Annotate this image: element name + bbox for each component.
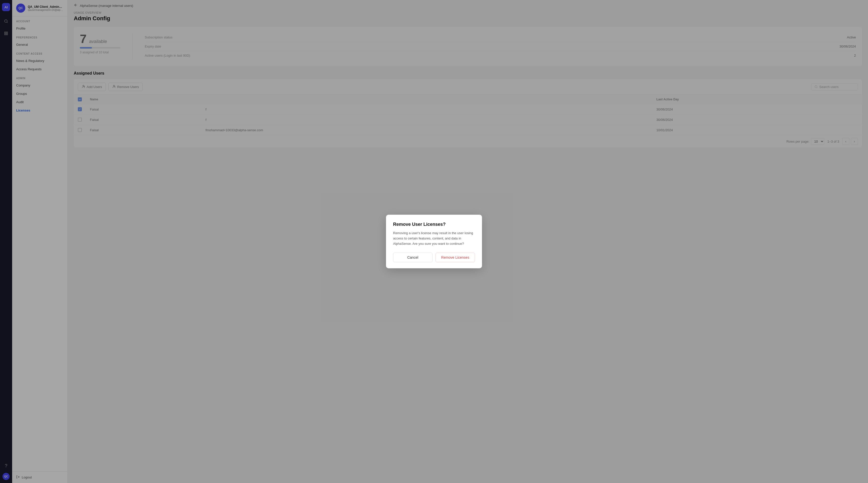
modal-title: Remove User Licenses? [393, 222, 475, 227]
remove-licenses-modal: Remove User Licenses? Removing a user's … [386, 215, 482, 268]
modal-overlay: Remove User Licenses? Removing a user's … [68, 0, 868, 483]
main-content: AlphaSense (manage internal users) USAGE… [68, 0, 868, 483]
modal-actions: Cancel Remove Licenses [393, 253, 475, 262]
cancel-button[interactable]: Cancel [393, 253, 433, 262]
modal-body: Removing a user's license may result in … [393, 231, 475, 246]
remove-licenses-button[interactable]: Remove Licenses [435, 253, 475, 262]
